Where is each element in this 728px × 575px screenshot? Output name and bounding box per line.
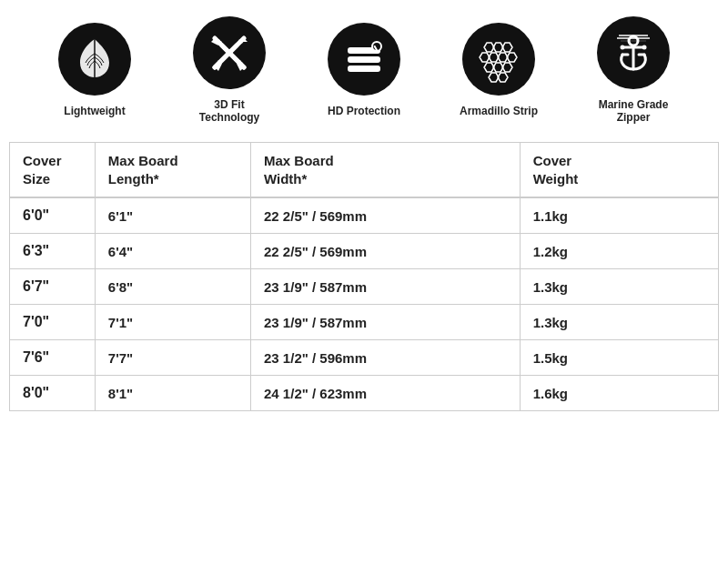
table-row: 7'6"7'7"23 1/2" / 596mm1.5kg <box>10 340 718 376</box>
table-row: 6'3"6'4"22 2/5" / 569mm1.2kg <box>10 234 718 269</box>
table-cell-r0-c1: 6'1" <box>95 197 250 234</box>
lightweight-icon-circle <box>58 23 131 96</box>
table-cell-r4-c0: 7'6" <box>10 340 95 376</box>
table-cell-r3-c1: 7'1" <box>95 305 250 340</box>
table-row: 7'0"7'1"23 1/9" / 587mm1.3kg <box>10 305 718 340</box>
table-cell-r1-c2: 22 2/5" / 569mm <box>251 234 521 269</box>
table-row: 6'0"6'1"22 2/5" / 569mm1.1kg <box>10 197 718 234</box>
table-cell-r4-c1: 7'7" <box>95 340 250 376</box>
icons-section: Lightweight <box>0 0 728 135</box>
armadillo-icon-circle <box>462 23 535 96</box>
svg-point-37 <box>642 45 647 50</box>
icon-item-hdprotection: HD Protection <box>297 23 431 117</box>
lightweight-label: Lightweight <box>64 105 125 117</box>
table-cell-r2-c1: 6'8" <box>95 269 250 305</box>
icon-item-marinezipper: Marine Grade Zipper <box>566 16 701 124</box>
table-cell-r2-c2: 23 1/9" / 587mm <box>251 269 521 305</box>
table-cell-r5-c0: 8'0" <box>10 376 95 411</box>
icon-item-lightweight: Lightweight <box>27 23 162 117</box>
header-cover-weight: CoverWeight <box>520 143 718 197</box>
table-header-row: CoverSize Max BoardLength* Max BoardWidt… <box>10 143 718 197</box>
table-cell-r4-c2: 23 1/2" / 596mm <box>251 340 521 376</box>
table-cell-r3-c0: 7'0" <box>10 305 95 340</box>
svg-point-36 <box>621 45 625 50</box>
specs-table: CoverSize Max BoardLength* Max BoardWidt… <box>10 143 718 410</box>
marinezipper-label: Marine Grade Zipper <box>592 98 674 124</box>
table-cell-r1-c1: 6'4" <box>95 234 250 269</box>
3dfit-icon-circle <box>193 16 266 89</box>
hdprotection-icon-circle <box>328 23 400 96</box>
marinezipper-icon-circle <box>597 16 670 89</box>
table-cell-r5-c3: 1.6kg <box>520 376 718 411</box>
table-cell-r0-c3: 1.1kg <box>520 197 718 234</box>
svg-rect-17 <box>348 56 380 63</box>
table-cell-r5-c2: 24 1/2" / 623mm <box>251 376 521 411</box>
hdprotection-label: HD Protection <box>328 105 400 117</box>
table-cell-r2-c0: 6'7" <box>10 269 95 305</box>
3dfit-label: 3D Fit Technology <box>188 98 270 124</box>
header-max-board-width: Max BoardWidth* <box>251 143 521 197</box>
table-cell-r3-c2: 23 1/9" / 587mm <box>251 305 521 340</box>
table-cell-r1-c0: 6'3" <box>10 234 95 269</box>
header-max-board-length: Max BoardLength* <box>95 143 250 197</box>
icon-item-armadillo: Armadillo Strip <box>431 23 566 117</box>
table-cell-r0-c2: 22 2/5" / 569mm <box>251 197 521 234</box>
icon-item-3dfit: 3D Fit Technology <box>162 16 297 124</box>
svg-rect-18 <box>348 66 380 72</box>
table-row: 6'7"6'8"23 1/9" / 587mm1.3kg <box>10 269 718 305</box>
table-cell-r5-c1: 8'1" <box>95 376 250 411</box>
table-cell-r0-c0: 6'0" <box>10 197 95 234</box>
armadillo-label: Armadillo Strip <box>460 105 538 117</box>
table-cell-r1-c3: 1.2kg <box>520 234 718 269</box>
table-cell-r4-c3: 1.5kg <box>520 340 718 376</box>
table-row: 8'0"8'1"24 1/2" / 623mm1.6kg <box>10 376 718 411</box>
table-cell-r3-c3: 1.3kg <box>520 305 718 340</box>
table-cell-r2-c3: 1.3kg <box>520 269 718 305</box>
header-cover-size: CoverSize <box>10 143 95 197</box>
specs-table-section: CoverSize Max BoardLength* Max BoardWidt… <box>9 142 719 411</box>
